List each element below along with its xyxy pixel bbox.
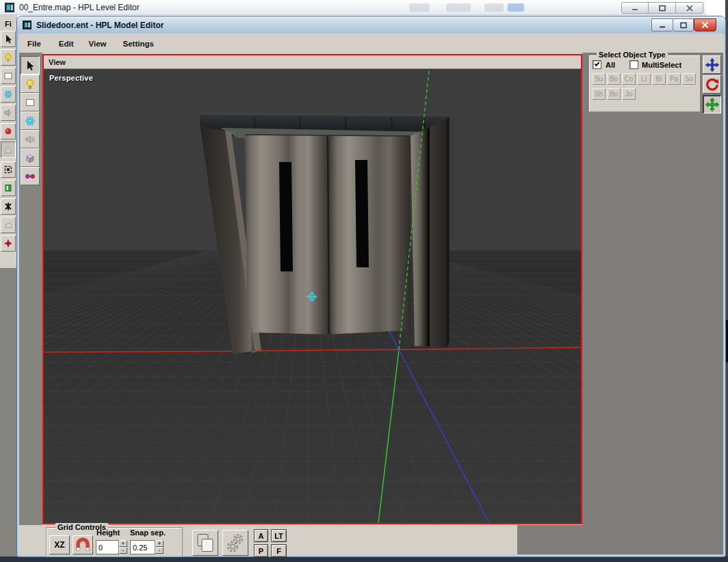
level-editor-file-menu[interactable]: Fi bbox=[5, 20, 12, 28]
menu-edit[interactable]: Edit bbox=[55, 38, 78, 49]
tool-light-button[interactable] bbox=[21, 75, 40, 93]
level-editor-tool-sound-icon[interactable] bbox=[1, 105, 16, 121]
spin-down-button[interactable]: - bbox=[119, 547, 127, 554]
viewport-view-menu[interactable]: View bbox=[49, 58, 66, 66]
level-editor-tool-fog-area-icon[interactable] bbox=[1, 217, 16, 233]
glass-reflection bbox=[446, 3, 471, 12]
viewport-menu-bar: View bbox=[44, 55, 581, 69]
menu-settings[interactable]: Settings bbox=[119, 38, 158, 49]
lighting-toggle-button[interactable]: LT bbox=[271, 529, 287, 542]
maximize-button[interactable] bbox=[673, 18, 694, 31]
level-editor-tool-area-icon[interactable] bbox=[1, 161, 16, 178]
level-editor-tool-billboard-icon[interactable] bbox=[1, 68, 16, 84]
model-editor-title: Slidedoor.ent - HPL Model Editor bbox=[36, 21, 164, 30]
type-button-sound[interactable]: So bbox=[682, 73, 696, 85]
height-input[interactable] bbox=[96, 540, 119, 554]
background-window-bottom-edge bbox=[0, 557, 728, 562]
close-icon bbox=[686, 5, 694, 12]
multiselect-checkbox-label: MultiSelect bbox=[642, 61, 681, 69]
background-window-edge bbox=[725, 0, 728, 562]
viewport-3d-scene[interactable] bbox=[44, 69, 581, 523]
scale-icon bbox=[705, 97, 720, 112]
clone-button[interactable] bbox=[192, 530, 218, 556]
snap-sep-input[interactable] bbox=[130, 540, 155, 554]
level-editor-tool-entity-icon[interactable] bbox=[1, 180, 16, 196]
type-button-submesh[interactable]: Su bbox=[592, 73, 606, 85]
physics-toggle-button[interactable]: P bbox=[254, 544, 268, 557]
maximize-button[interactable] bbox=[649, 2, 676, 14]
spin-up-button[interactable]: + bbox=[119, 540, 127, 547]
snap-sep-spinner[interactable]: + - bbox=[155, 540, 164, 554]
close-button[interactable] bbox=[676, 2, 703, 14]
type-button-shape[interactable]: Sh bbox=[592, 88, 606, 100]
type-button-particle[interactable]: Pa bbox=[667, 73, 681, 85]
select-object-type-title: Select Object Type bbox=[597, 51, 668, 59]
move-icon bbox=[705, 57, 720, 72]
tool-body-button[interactable] bbox=[21, 148, 40, 167]
maximize-icon bbox=[679, 22, 688, 29]
model-editor-titlebar[interactable]: Slidedoor.ent - HPL Model Editor bbox=[17, 16, 725, 34]
light-icon bbox=[25, 79, 36, 90]
ambient-toggle-button[interactable]: A bbox=[254, 529, 268, 542]
menu-view[interactable]: View bbox=[85, 38, 111, 49]
tool-sound-button[interactable] bbox=[21, 130, 40, 148]
bottom-bar-right bbox=[517, 525, 723, 554]
spin-down-button[interactable]: - bbox=[155, 547, 164, 554]
glass-reflection bbox=[409, 3, 430, 12]
camera-mode-label[interactable]: Perspective bbox=[49, 74, 93, 82]
level-editor-titlebar[interactable]: 00_Entre.map - HPL Level Editor bbox=[0, 0, 712, 15]
select-arrow-icon bbox=[25, 60, 36, 71]
height-spinner[interactable]: + - bbox=[119, 540, 127, 554]
snap-toggle-button[interactable] bbox=[73, 535, 93, 554]
grid-plane-button[interactable]: XZ bbox=[49, 535, 70, 554]
close-button[interactable] bbox=[694, 18, 716, 31]
particle-system-icon bbox=[25, 116, 36, 126]
all-checkbox[interactable] bbox=[593, 60, 601, 69]
magnet-icon bbox=[75, 537, 91, 552]
joint-icon bbox=[25, 171, 36, 182]
level-editor-tool-decal-icon[interactable] bbox=[1, 198, 16, 215]
rotate-tool-button[interactable] bbox=[703, 75, 721, 94]
body-cube-icon bbox=[25, 152, 36, 163]
tool-select-arrow-button[interactable] bbox=[21, 56, 40, 75]
all-checkbox-label: All bbox=[606, 61, 615, 69]
spin-up-button[interactable]: + bbox=[155, 540, 164, 547]
billboard-icon bbox=[25, 97, 36, 108]
level-editor-tool-select-arrow-icon[interactable] bbox=[1, 31, 16, 47]
level-editor-tool-combine-icon[interactable] bbox=[1, 235, 16, 252]
level-editor-app-icon bbox=[5, 3, 14, 12]
level-editor-tool-static-object-icon[interactable] bbox=[1, 142, 16, 158]
type-button-collider[interactable]: Co bbox=[622, 73, 636, 85]
tool-billboard-button[interactable] bbox=[21, 93, 40, 111]
minimize-icon bbox=[658, 22, 666, 29]
model-editor-toolbar bbox=[19, 53, 42, 525]
right-panel bbox=[582, 53, 723, 525]
level-editor-tool-particle-icon[interactable] bbox=[1, 86, 16, 103]
minimize-button[interactable] bbox=[651, 18, 673, 31]
level-editor-tool-light-icon[interactable] bbox=[1, 49, 16, 66]
type-button-light[interactable]: Li bbox=[637, 73, 651, 85]
sound-icon bbox=[25, 134, 36, 145]
level-editor-tool-primitive-icon[interactable] bbox=[1, 123, 16, 139]
minimize-icon bbox=[631, 5, 639, 12]
settings-gears-button[interactable] bbox=[222, 530, 248, 556]
glass-reflection bbox=[508, 3, 524, 12]
menu-file[interactable]: File bbox=[23, 38, 45, 49]
glass-reflection bbox=[484, 3, 504, 12]
level-editor-panel bbox=[0, 268, 17, 557]
fog-toggle-button[interactable]: F bbox=[271, 544, 287, 557]
scale-tool-button[interactable] bbox=[703, 95, 721, 113]
type-button-bone[interactable]: Bo bbox=[607, 88, 621, 100]
tool-particle-system-button[interactable] bbox=[21, 111, 40, 130]
type-button-body[interactable]: Bo bbox=[607, 73, 621, 85]
maximize-icon bbox=[658, 5, 666, 12]
multiselect-checkbox[interactable] bbox=[629, 60, 638, 69]
check-icon bbox=[595, 61, 600, 66]
minimize-button[interactable] bbox=[621, 2, 649, 14]
model-editor-app-icon bbox=[23, 21, 31, 29]
close-icon bbox=[701, 21, 710, 29]
type-button-joint[interactable]: Jo bbox=[622, 88, 636, 100]
tool-joint-button[interactable] bbox=[21, 167, 40, 185]
move-tool-button[interactable] bbox=[703, 55, 721, 74]
type-button-billboard[interactable]: Bi bbox=[652, 73, 666, 85]
